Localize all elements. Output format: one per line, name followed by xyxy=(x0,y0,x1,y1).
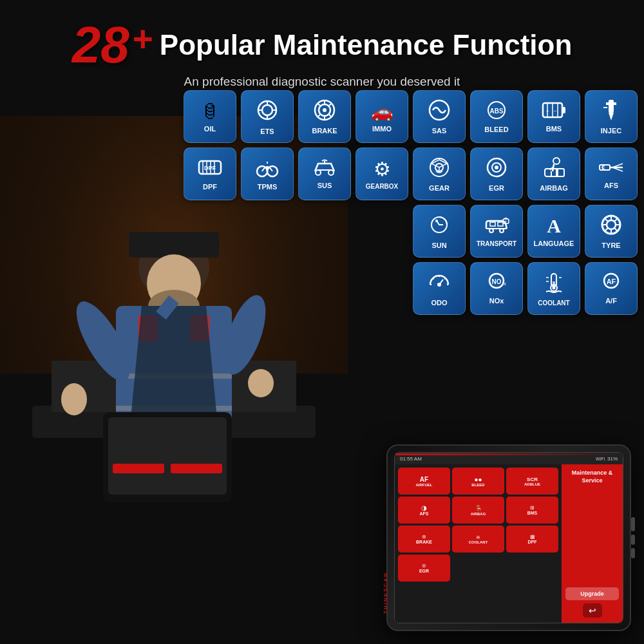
icon-afs: AFS xyxy=(585,147,638,200)
icon-brake: BRAKE xyxy=(298,90,351,143)
svg-point-33 xyxy=(323,108,327,112)
svg-point-113 xyxy=(553,286,556,289)
volume-up-button[interactable] xyxy=(631,535,635,545)
icon-language: A LANGUAGE xyxy=(527,205,580,258)
icon-gear-label: GEAR xyxy=(429,184,450,192)
icon-immo-label: IMMO xyxy=(372,125,392,133)
svg-rect-84 xyxy=(498,222,503,226)
power-button[interactable] xyxy=(631,517,635,531)
battery-level: 31% xyxy=(607,456,618,462)
icon-row-1: 🛢 OIL ETS xyxy=(184,90,638,143)
back-button[interactable]: ↩ xyxy=(583,603,602,618)
icon-bms: + − BMS xyxy=(527,90,580,143)
svg-line-103 xyxy=(433,278,434,279)
svg-point-86 xyxy=(489,229,493,232)
app-coolant: ≋ COOLANT xyxy=(452,526,504,553)
icon-brake-label: BRAKE xyxy=(312,127,337,135)
icon-coolant: COOLANT xyxy=(527,262,580,315)
page-header: 28 + Popular Maintenance Function An pro… xyxy=(0,6,644,95)
icon-odo-label: ODO xyxy=(431,299,447,307)
svg-rect-24 xyxy=(171,464,222,473)
svg-rect-44 xyxy=(562,107,565,113)
app-bms: ⊞ BMS xyxy=(506,497,558,524)
icon-transport-label: TRANSPORT xyxy=(477,240,516,247)
icon-ets: ETS xyxy=(241,90,294,143)
icon-egr: EGR xyxy=(470,147,523,200)
screen-app-grid: AF AIRFUEL ●● BLEED SCR ADBLUE ◑ AFS xyxy=(395,464,562,623)
icon-tyre-label: TYRE xyxy=(601,242,620,249)
icon-sun: SUN xyxy=(413,205,466,258)
svg-rect-22 xyxy=(108,417,227,495)
icon-sun-label: SUN xyxy=(431,242,446,249)
svg-text:+: + xyxy=(546,108,549,114)
svg-point-82 xyxy=(435,220,438,222)
svg-point-64 xyxy=(328,170,334,175)
svg-text:NO: NO xyxy=(492,278,502,285)
svg-text:−: − xyxy=(554,108,557,114)
icon-ets-label: ETS xyxy=(260,128,274,135)
app-afs: ◑ AFS xyxy=(398,497,450,524)
icon-row-2: DPF DPF TPMS xyxy=(184,147,638,200)
icon-gearbox: ⚙ GEARBOX xyxy=(355,147,408,200)
svg-point-26 xyxy=(262,105,272,115)
svg-line-99 xyxy=(605,228,608,231)
icon-odo: ODO xyxy=(413,262,466,315)
main-title: Popular Maintenance Function xyxy=(160,30,573,61)
svg-line-104 xyxy=(444,278,446,279)
svg-line-96 xyxy=(605,218,608,222)
subtitle: An professional diagnostic scanner you d… xyxy=(13,75,631,89)
sidebar-title: Maintenance & Service xyxy=(565,469,619,484)
volume-down-button[interactable] xyxy=(631,548,635,558)
svg-line-98 xyxy=(614,218,618,222)
app-egr: ⊜ EGR xyxy=(398,554,450,582)
brand-label: THINKSCAN xyxy=(383,572,388,614)
icon-injec-label: INJEC xyxy=(601,127,621,135)
svg-point-18 xyxy=(248,369,274,397)
icon-tpms-label: TPMS xyxy=(258,183,278,191)
icon-airbag: AIRBAG xyxy=(527,147,580,200)
back-arrow-icon: ↩ xyxy=(589,605,596,616)
plus-sign: + xyxy=(133,21,153,57)
icon-row-3: SUN TRANSPORT A xyxy=(413,205,638,258)
main-number: 28 xyxy=(72,19,129,71)
icon-nox: NO x NOx xyxy=(470,262,523,315)
svg-point-106 xyxy=(437,283,441,287)
app-dpf: ▦ DPF xyxy=(506,526,558,553)
icon-egr-label: EGR xyxy=(489,184,504,192)
svg-point-61 xyxy=(266,166,269,169)
icon-oil: 🛢 OIL xyxy=(184,90,236,143)
icon-airbag-label: AIRBAG xyxy=(540,184,567,192)
icon-sas: SAS xyxy=(413,90,466,143)
svg-point-87 xyxy=(500,229,504,232)
icon-af-label: A/F xyxy=(605,297,617,305)
icon-transport: TRANSPORT xyxy=(470,205,523,258)
svg-rect-83 xyxy=(490,222,495,226)
svg-point-91 xyxy=(607,220,616,229)
svg-rect-51 xyxy=(606,102,616,105)
icon-sus-label: SUS xyxy=(317,182,332,189)
svg-point-73 xyxy=(553,158,560,164)
icon-afs-label: AFS xyxy=(604,182,618,189)
app-adblue: SCR ADBLUE xyxy=(506,468,558,495)
icon-bleed: ABS BLEED xyxy=(470,90,523,143)
screen-sidebar: Maintenance & Service Upgrade ↩ xyxy=(562,464,623,623)
svg-point-16 xyxy=(61,383,87,415)
app-bleed: ●● BLEED xyxy=(452,468,504,495)
icon-sus: SUS xyxy=(298,147,351,200)
svg-text:ABS: ABS xyxy=(489,108,503,115)
device-screen: 01:55 AM WiFi 31% AF AIRFUEL ●● xyxy=(394,452,623,623)
screen-time: 01:55 AM xyxy=(400,456,422,462)
app-brake: ⊛ BRAKE xyxy=(398,526,450,553)
svg-line-97 xyxy=(614,228,618,231)
icon-bms-label: BMS xyxy=(546,125,562,133)
app-airbag: 🪑 AIRBAG xyxy=(452,497,504,524)
icon-dpf: DPF DPF xyxy=(184,147,236,200)
svg-text:AF: AF xyxy=(607,278,616,285)
icon-tyre: TYRE xyxy=(585,205,638,258)
svg-text:x: x xyxy=(504,281,506,287)
icon-coolant-label: COOLANT xyxy=(538,299,569,307)
icon-gear: GEAR xyxy=(413,147,466,200)
upgrade-button[interactable]: Upgrade xyxy=(565,587,619,600)
svg-rect-50 xyxy=(609,100,614,113)
icon-nox-label: NOx xyxy=(489,297,504,305)
